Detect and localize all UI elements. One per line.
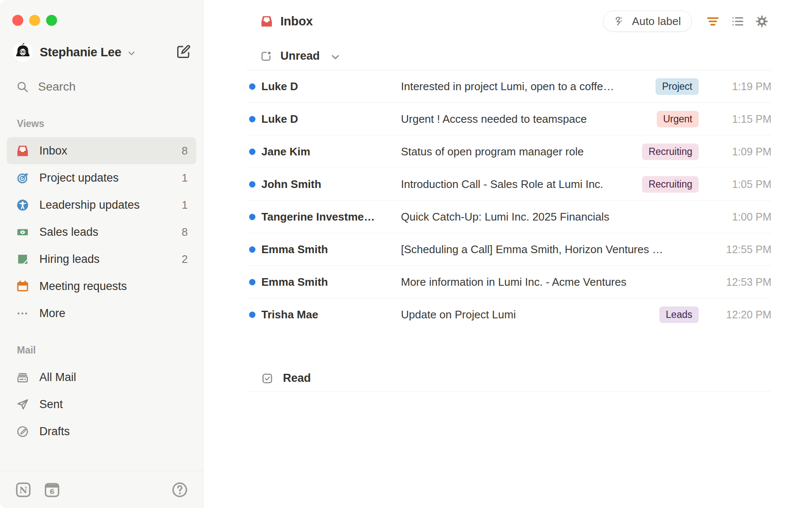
- list-view-button[interactable]: [727, 11, 747, 31]
- email-time: 1:09 PM: [708, 146, 771, 158]
- read-section-header[interactable]: Read: [247, 365, 771, 392]
- window-controls: [0, 0, 203, 26]
- email-subject: Quick Catch-Up: Lumi Inc. 2025 Financial…: [401, 210, 708, 224]
- close-window-button[interactable]: [12, 15, 23, 26]
- list-view-icon: [730, 14, 744, 28]
- mail-content: Inbox Auto label Unread: [203, 0, 812, 508]
- unread-dot-icon: [249, 149, 255, 155]
- svg-text:6: 6: [49, 488, 55, 496]
- unread-dot-icon: [249, 181, 255, 188]
- views-section-label: Views: [0, 117, 203, 130]
- unread-dot-icon: [249, 279, 255, 285]
- inbox-icon: [260, 15, 273, 28]
- sidebar-item-all-mail[interactable]: All Mail: [7, 364, 196, 391]
- email-tag: Recruiting: [642, 176, 699, 193]
- mail-section-label: Mail: [0, 344, 203, 356]
- email-tag: Project: [656, 78, 699, 95]
- sidebar: Stephanie Lee Search Views Inbox 8 Proje…: [0, 0, 203, 508]
- unread-label: Unread: [280, 50, 320, 63]
- account-switcher[interactable]: Stephanie Lee: [0, 42, 203, 62]
- chevron-down-icon: [126, 48, 137, 58]
- email-row[interactable]: Luke D Interested in project Lumi, open …: [247, 70, 771, 103]
- sidebar-item-label: Inbox: [39, 144, 67, 157]
- ellipsis-icon: [16, 307, 29, 320]
- email-subject: Introduction Call - Sales Role at Lumi I…: [401, 178, 634, 191]
- mail-nav: All Mail Sent Drafts: [0, 364, 203, 445]
- sidebar-item-project-updates[interactable]: Project updates 1: [7, 164, 196, 191]
- accessibility-icon: [16, 199, 29, 212]
- sidebar-item-inbox[interactable]: Inbox 8: [7, 137, 196, 164]
- sidebar-item-leadership-updates[interactable]: Leadership updates 1: [7, 191, 196, 218]
- sidebar-item-count: 1: [182, 199, 188, 212]
- email-sender: John Smith: [261, 178, 401, 191]
- sidebar-item-meeting-requests[interactable]: Meeting requests: [7, 273, 196, 300]
- auto-label-text: Auto label: [632, 15, 681, 28]
- email-sender: Jane Kim: [261, 145, 401, 158]
- svg-text:N: N: [19, 484, 27, 495]
- email-row[interactable]: Jane Kim Status of open program manager …: [247, 135, 771, 168]
- sidebar-item-label: Drafts: [39, 425, 70, 438]
- unread-dot-icon: [249, 246, 255, 253]
- email-sender: Emma Smith: [261, 243, 401, 256]
- sidebar-item-sent[interactable]: Sent: [7, 391, 196, 418]
- money-icon: [16, 226, 29, 239]
- filter-button[interactable]: [703, 11, 722, 31]
- sidebar-item-count: 1: [182, 171, 188, 185]
- email-tag: Urgent: [657, 111, 699, 127]
- notion-logo-icon[interactable]: N: [14, 481, 32, 499]
- sidebar-item-more[interactable]: More: [7, 300, 196, 327]
- search-button[interactable]: Search: [0, 77, 203, 97]
- compose-icon: [176, 44, 191, 59]
- sidebar-item-sales-leads[interactable]: Sales leads 8: [7, 218, 196, 246]
- filter-icon: [706, 14, 720, 28]
- email-subject: [Scheduling a Call] Emma Smith, Horizon …: [401, 243, 708, 256]
- email-time: 1:05 PM: [708, 178, 771, 190]
- email-time: 1:19 PM: [708, 80, 771, 93]
- email-time: 1:15 PM: [708, 113, 771, 125]
- email-time: 12:55 PM: [708, 243, 771, 256]
- sidebar-item-label: Leadership updates: [39, 199, 140, 212]
- email-row[interactable]: Emma Smith More information in Lumi Inc.…: [247, 266, 771, 298]
- read-label: Read: [283, 372, 311, 385]
- email-row[interactable]: Emma Smith [Scheduling a Call] Emma Smit…: [247, 233, 771, 266]
- help-icon[interactable]: [171, 481, 189, 499]
- email-time: 1:00 PM: [708, 211, 771, 223]
- email-sender: Trisha Mae: [261, 308, 401, 321]
- email-sender: Tangerine Investme…: [261, 210, 401, 224]
- calendar-app-icon[interactable]: 6: [43, 481, 61, 499]
- settings-button[interactable]: [752, 11, 771, 31]
- email-subject: Update on Project Lumi: [401, 308, 651, 321]
- email-row[interactable]: John Smith Introduction Call - Sales Rol…: [247, 168, 771, 201]
- unread-section-header[interactable]: Unread: [247, 42, 771, 70]
- sidebar-item-hiring-leads[interactable]: Hiring leads 2: [7, 246, 196, 273]
- sidebar-item-label: Sent: [39, 398, 63, 411]
- app-window: Stephanie Lee Search Views Inbox 8 Proje…: [0, 0, 812, 508]
- sidebar-footer: N 6: [0, 471, 203, 508]
- compose-button[interactable]: [175, 44, 192, 61]
- email-tag: Leads: [659, 306, 699, 323]
- unread-dot-icon: [249, 116, 255, 122]
- auto-label-button[interactable]: Auto label: [603, 11, 692, 32]
- sidebar-item-label: Sales leads: [39, 226, 99, 239]
- email-sender: Luke D: [261, 113, 401, 126]
- sidebar-item-label: More: [39, 307, 66, 320]
- sidebar-item-drafts[interactable]: Drafts: [7, 418, 196, 445]
- unread-icon: [260, 50, 272, 62]
- page-title: Inbox: [280, 14, 313, 28]
- email-row[interactable]: Luke D Urgent ! Access needed to teamspa…: [247, 103, 771, 135]
- search-label: Search: [38, 80, 76, 94]
- header-actions: Auto label: [603, 11, 771, 32]
- send-icon: [16, 398, 29, 411]
- email-row[interactable]: Tangerine Investme… Quick Catch-Up: Lumi…: [247, 201, 771, 233]
- sidebar-item-count: 8: [182, 226, 188, 239]
- email-time: 12:53 PM: [708, 276, 771, 288]
- drafts-icon: [16, 425, 29, 438]
- email-row[interactable]: Trisha Mae Update on Project Lumi Leads …: [247, 298, 771, 331]
- email-list: Luke D Interested in project Lumi, open …: [247, 70, 771, 331]
- sidebar-item-count: 2: [182, 253, 188, 266]
- maximize-window-button[interactable]: [46, 15, 57, 26]
- avatar: [13, 42, 33, 62]
- minimize-window-button[interactable]: [29, 15, 40, 26]
- sidebar-item-count: 8: [182, 144, 188, 157]
- inbox-icon: [16, 144, 29, 157]
